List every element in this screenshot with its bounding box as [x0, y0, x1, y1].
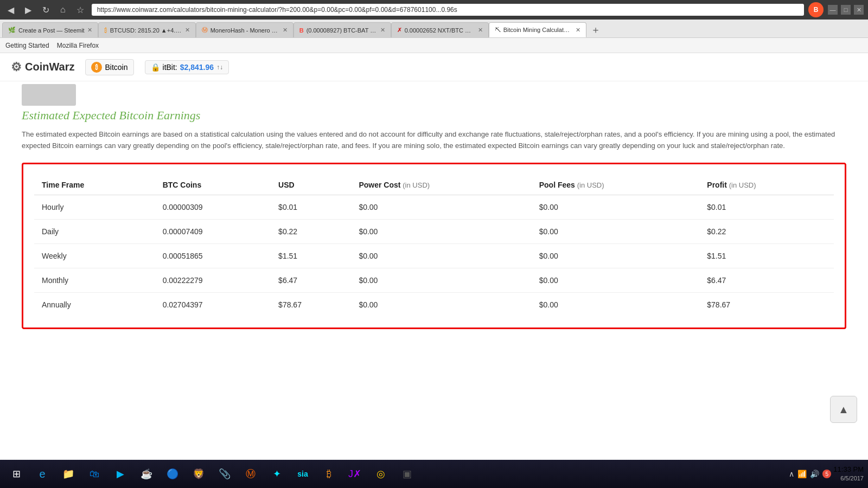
taskbar-app11[interactable]: J✗ [343, 462, 367, 486]
nav-home-button[interactable]: ⌂ [57, 3, 69, 17]
tab-favicon-nxt: ✗ [397, 27, 402, 34]
cell-timeframe: Daily [34, 219, 155, 243]
cell-profit: $1.51 [699, 243, 834, 268]
results-table-container: Time Frame BTC Coins USD Power Cost (in … [22, 163, 846, 329]
windows-icon: ⊞ [12, 468, 21, 480]
table-row: Hourly 0.00000309 $0.01 $0.00 $0.00 $0.0… [34, 195, 834, 219]
bitcoin-price-pill[interactable]: ₿ Bitcoin [85, 59, 133, 75]
tab-close-monero[interactable]: ✕ [283, 27, 288, 34]
tab-label-btcusd: BTCUSD: 2815.20 ▲+4.34% [110, 27, 182, 34]
bookmark-getting-started[interactable]: Getting Started [5, 42, 49, 49]
cell-timeframe: Monthly [34, 268, 155, 292]
profit-unit: (in USD) [729, 181, 756, 189]
col-btc-coins: BTC Coins [155, 175, 271, 195]
taskbar-file-explorer[interactable]: 📁 [56, 462, 80, 486]
tray-sound-icon[interactable]: 🔊 [810, 470, 819, 478]
tab-close-nxt[interactable]: ✕ [478, 27, 483, 34]
tab-label-nxt: 0.00002652 NXT/BTC Mark... [405, 27, 475, 34]
taskbar-store[interactable]: 🛍 [82, 462, 106, 486]
col-usd: USD [271, 175, 351, 195]
cell-fees: $0.00 [532, 268, 700, 292]
bookmark-mozilla-firefox[interactable]: Mozilla Firefox [57, 42, 99, 49]
coinwarz-logo[interactable]: ⚙ CoinWarz [11, 60, 74, 74]
cell-usd: $0.22 [271, 219, 351, 243]
taskbar-app12[interactable]: ◎ [369, 462, 393, 486]
tab-monerehash[interactable]: Ⓜ MoneroHash - Monero Min... ✕ [196, 22, 293, 37]
col-timeframe: Time Frame [34, 175, 155, 195]
new-tab-button[interactable]: ＋ [586, 22, 605, 37]
tab-close-btcusd[interactable]: ✕ [185, 27, 190, 34]
notification-badge[interactable]: 5 [822, 470, 831, 478]
tray-network-icon[interactable]: 📶 [797, 470, 807, 478]
scroll-up-button[interactable]: ▲ [830, 396, 857, 423]
table-body: Hourly 0.00000309 $0.01 $0.00 $0.00 $0.0… [34, 195, 834, 317]
tab-close-bat[interactable]: ✕ [380, 27, 385, 34]
taskbar-btc-app[interactable]: ₿ [317, 462, 341, 486]
thumbnail-image [22, 84, 76, 106]
start-button[interactable]: ⊞ [4, 462, 28, 486]
cell-usd: $0.01 [271, 195, 351, 219]
address-bar[interactable] [92, 4, 804, 16]
cell-usd: $78.67 [271, 292, 351, 317]
tab-bat[interactable]: B (0.00008927) BTC-BAT Basi... ✕ [293, 22, 391, 37]
tab-nxt[interactable]: ✗ 0.00002652 NXT/BTC Mark... ✕ [391, 22, 489, 37]
tray-expand-icon[interactable]: ∧ [789, 470, 794, 478]
window-controls: — □ ✕ [828, 5, 864, 15]
brave-icon: B [808, 2, 824, 17]
tab-favicon-monero: Ⓜ [202, 26, 208, 34]
earnings-table: Time Frame BTC Coins USD Power Cost (in … [34, 175, 834, 317]
col-power-cost: Power Cost (in USD) [351, 175, 531, 195]
table-row: Monthly 0.00222279 $6.47 $0.00 $0.00 $6.… [34, 268, 834, 292]
tab-steemit[interactable]: 🌿 Create a Post — Steemit ✕ [2, 22, 98, 37]
description-text: The estimated expected Bitcoin earnings … [22, 129, 846, 152]
tab-favicon-bat: B [299, 27, 304, 34]
tabs-bar: 🌿 Create a Post — Steemit ✕ ₿ BTCUSD: 28… [0, 20, 868, 38]
clock[interactable]: 11:33 PM 6/5/2017 [833, 465, 864, 483]
gear-icon: ⚙ [11, 60, 22, 74]
bitcoin-label: Bitcoin [105, 63, 127, 72]
taskbar-brave[interactable]: 🦁 [187, 462, 210, 486]
tab-label-bat: (0.00008927) BTC-BAT Basi... [307, 27, 378, 34]
minimize-button[interactable]: — [828, 5, 838, 15]
nav-forward-button[interactable]: ▶ [22, 3, 35, 17]
taskbar-blue-app[interactable]: 🔵 [161, 462, 184, 486]
itbit-price-pill[interactable]: 🔒 itBit: $2,841.96 ↑↓ [145, 60, 229, 74]
tab-favicon-btcusd: ₿ [104, 27, 107, 34]
nav-back-button[interactable]: ◀ [4, 3, 17, 17]
taskbar-app9[interactable]: ✦ [265, 462, 289, 486]
tray-icons: ∧ 📶 🔊 5 [789, 470, 831, 478]
cell-power: $0.00 [351, 219, 531, 243]
tab-bitcoin-mining[interactable]: ⛏ Bitcoin Mining Calculator a... ✕ [489, 22, 586, 37]
tab-label-steemit: Create a Post — Steemit [18, 27, 85, 34]
pool-fees-unit: (in USD) [577, 181, 604, 189]
itbit-icon: 🔒 [151, 63, 160, 72]
tab-btcusd[interactable]: ₿ BTCUSD: 2815.20 ▲+4.34% ✕ [98, 22, 196, 37]
taskbar-sia[interactable]: sia [291, 462, 315, 486]
taskbar-java[interactable]: ☕ [135, 462, 158, 486]
cell-fees: $0.00 [532, 292, 700, 317]
taskbar-monero[interactable]: Ⓜ [239, 462, 263, 486]
tab-favicon-steemit: 🌿 [8, 27, 16, 34]
table-header-row: Time Frame BTC Coins USD Power Cost (in … [34, 175, 834, 195]
thumbnail-area [22, 81, 846, 108]
table-row: Annually 0.02704397 $78.67 $0.00 $0.00 $… [34, 292, 834, 317]
cell-profit: $0.22 [699, 219, 834, 243]
taskbar-media[interactable]: ▶ [108, 462, 132, 486]
cell-profit: $78.67 [699, 292, 834, 317]
cell-power: $0.00 [351, 195, 531, 219]
maximize-button[interactable]: □ [841, 5, 851, 15]
taskbar-app7[interactable]: 📎 [213, 462, 237, 486]
close-button[interactable]: ✕ [854, 5, 864, 15]
cell-power: $0.00 [351, 243, 531, 268]
cell-btc: 0.00051865 [155, 243, 271, 268]
taskbar-app13[interactable]: ▣ [395, 462, 419, 486]
tab-close-mining[interactable]: ✕ [576, 27, 580, 34]
cell-btc: 0.02704397 [155, 292, 271, 317]
tab-close-steemit[interactable]: ✕ [87, 27, 92, 34]
nav-refresh-button[interactable]: ↻ [39, 3, 53, 17]
logo-text: CoinWarz [25, 61, 74, 73]
browser-titlebar: ◀ ▶ ↻ ⌂ ☆ B — □ ✕ [0, 0, 868, 20]
nav-star-button[interactable]: ☆ [73, 3, 87, 17]
taskbar-edge[interactable]: e [30, 462, 54, 486]
page-content: Estimated Expected Bitcoin Earnings The … [0, 81, 868, 460]
